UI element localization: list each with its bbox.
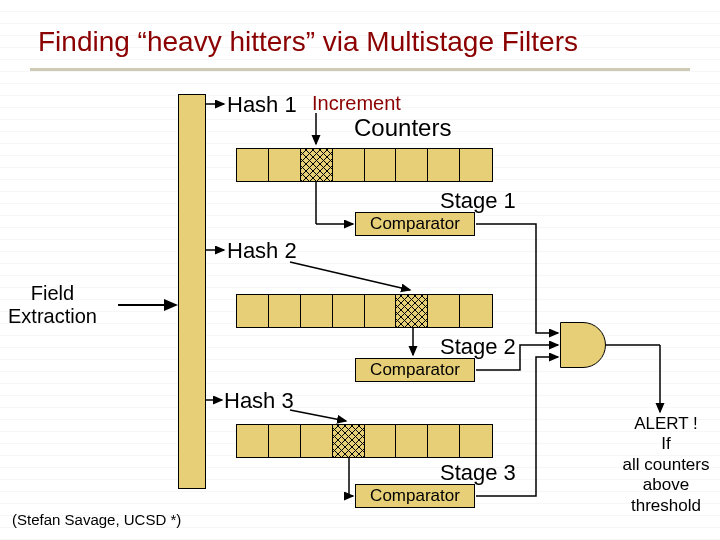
field-extraction-label: FieldExtraction [8, 282, 97, 328]
counter-cell [237, 149, 269, 181]
field-extraction-text: FieldExtraction [8, 282, 97, 327]
counter-cell [396, 149, 428, 181]
comparator-2: Comparator [355, 358, 475, 382]
stage2-counters [236, 294, 493, 328]
alert-line: all counters [614, 455, 718, 475]
and-gate-body [560, 322, 606, 368]
comparator-1: Comparator [355, 212, 475, 236]
title-bar: Finding “heavy hitters” via Multistage F… [30, 26, 690, 71]
alert-line: above [614, 475, 718, 495]
counter-cell [333, 295, 365, 327]
counter-cell-hit [333, 425, 365, 457]
counter-cell [428, 295, 460, 327]
comparator-3: Comparator [355, 484, 475, 508]
counter-cell [365, 425, 397, 457]
alert-line: ALERT ! [614, 414, 718, 434]
counter-cell-hit [396, 295, 428, 327]
counter-cell-hit [301, 149, 333, 181]
credit-line: (Stefan Savage, UCSD *) [12, 511, 181, 528]
counter-cell [269, 149, 301, 181]
counter-cell [237, 425, 269, 457]
counter-cell [237, 295, 269, 327]
stage3-label: Stage 3 [440, 460, 516, 486]
stage1-label: Stage 1 [440, 188, 516, 214]
background-texture [0, 0, 720, 540]
counter-cell [396, 425, 428, 457]
counter-cell [428, 149, 460, 181]
counter-cell [269, 295, 301, 327]
counters-label: Counters [354, 114, 451, 142]
counter-cell [365, 149, 397, 181]
and-gate [560, 322, 606, 368]
stage2-label: Stage 2 [440, 334, 516, 360]
counter-cell [269, 425, 301, 457]
alert-line: If [614, 434, 718, 454]
counter-cell [333, 149, 365, 181]
page-title: Finding “heavy hitters” via Multistage F… [30, 26, 690, 68]
alert-line: threshold [614, 496, 718, 516]
counter-cell [301, 425, 333, 457]
hash3-label: Hash 3 [224, 388, 294, 414]
input-packet-bar [178, 94, 206, 489]
hash1-label: Hash 1 [227, 92, 297, 118]
stage1-counters [236, 148, 493, 182]
counter-cell [460, 425, 492, 457]
hash2-label: Hash 2 [227, 238, 297, 264]
counter-cell [428, 425, 460, 457]
stage3-counters [236, 424, 493, 458]
counter-cell [301, 295, 333, 327]
increment-label: Increment [312, 92, 401, 115]
alert-text: ALERT ! If all counters above threshold [614, 414, 718, 516]
counter-cell [460, 295, 492, 327]
counter-cell [460, 149, 492, 181]
counter-cell [365, 295, 397, 327]
